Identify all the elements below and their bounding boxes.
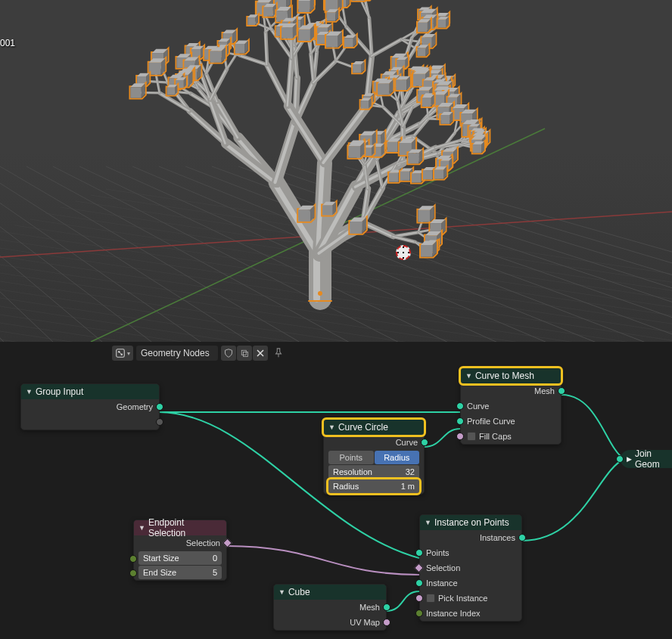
node-editor[interactable]: ▾ ▼ Group Input Geometry — [0, 342, 672, 639]
node-header[interactable]: ▼ Endpoint Selection — [134, 520, 226, 535]
node-instance-on-points[interactable]: ▼ Instance on Points Instances Points Se… — [419, 514, 522, 622]
object-label: 001 — [0, 38, 15, 48]
socket-mesh-out[interactable] — [383, 603, 390, 611]
socket-geometry-in[interactable] — [616, 455, 624, 463]
svg-rect-3 — [241, 350, 246, 355]
node-header[interactable]: ▼ Cube — [274, 585, 386, 600]
editor-type-dropdown[interactable]: ▾ — [112, 346, 133, 361]
socket-points-in[interactable] — [415, 549, 423, 557]
output-extend — [21, 414, 159, 430]
radius-field[interactable]: Radius 1 m — [328, 479, 419, 493]
resolution-field[interactable]: Resolution 32 — [328, 465, 419, 479]
input-selection: Selection — [420, 560, 521, 575]
node-title: Group Input — [36, 386, 83, 397]
nodetree-name-input[interactable] — [136, 346, 218, 361]
copy-icon — [240, 349, 249, 358]
input-instance-index: Instance Index — [420, 606, 521, 621]
node-title: Cube — [288, 587, 310, 597]
socket-selection-in[interactable] — [414, 563, 424, 573]
socket-pickinstance-in[interactable] — [415, 594, 423, 602]
start-size-field[interactable]: Start Size 0 — [138, 551, 222, 565]
node-cube[interactable]: ▼ Cube Mesh UV Map — [273, 584, 387, 631]
node-endpoint-selection[interactable]: ▼ Endpoint Selection Selection Start Siz… — [133, 520, 227, 581]
socket-extend[interactable] — [156, 418, 163, 426]
unlink-nodetree-button[interactable] — [253, 346, 268, 361]
node-title: Curve Circle — [338, 422, 388, 433]
node-editor-header: ▾ — [0, 342, 672, 364]
node-group-input[interactable]: ▼ Group Input Geometry — [20, 383, 160, 430]
chevron-down-icon: ▼ — [425, 519, 431, 526]
chevron-right-icon: ▶ — [627, 455, 632, 463]
fake-user-toggle[interactable] — [221, 346, 236, 361]
socket-instance-in[interactable] — [415, 579, 423, 587]
tree-mesh — [0, 0, 672, 342]
socket-curve-out[interactable] — [421, 439, 428, 446]
node-title: Curve to Mesh — [475, 371, 534, 381]
close-icon — [257, 349, 264, 357]
output-instances: Instances — [420, 530, 521, 545]
shield-icon — [224, 349, 233, 358]
mode-radius-button[interactable]: Radius — [375, 451, 420, 464]
node-tree-icon — [115, 348, 126, 358]
socket-instances-out[interactable] — [518, 534, 526, 541]
socket-mesh-out[interactable] — [558, 387, 565, 395]
input-points: Points — [420, 545, 521, 560]
socket-uvmap-out[interactable] — [383, 619, 390, 626]
input-instance: Instance — [420, 575, 521, 591]
input-fill-caps: Fill Caps — [461, 429, 561, 444]
node-header[interactable]: ▼ Curve to Mesh — [461, 368, 561, 383]
socket-instanceindex-in[interactable] — [415, 610, 423, 617]
socket-fillcaps-in[interactable] — [456, 433, 464, 440]
node-join-geometry[interactable]: ▶ Join Geom — [621, 450, 672, 468]
node-header[interactable]: ▼ Instance on Points — [420, 515, 521, 530]
pick-instance-checkbox[interactable] — [426, 594, 435, 603]
input-pick-instance: Pick Instance — [420, 591, 521, 606]
chevron-down-icon: ▼ — [465, 372, 472, 380]
output-selection: Selection — [134, 535, 226, 551]
input-profile-curve: Profile Curve — [461, 414, 561, 429]
socket-profile-in[interactable] — [456, 417, 464, 425]
socket-end-size-in[interactable] — [129, 569, 137, 577]
socket-curve-in[interactable] — [456, 402, 464, 410]
input-curve: Curve — [461, 399, 561, 414]
node-curve-circle[interactable]: ▼ Curve Circle Curve Points Radius Resol… — [323, 419, 425, 495]
node-header[interactable]: ▼ Curve Circle — [324, 420, 424, 435]
output-mesh: Mesh — [461, 383, 561, 399]
fill-caps-checkbox[interactable] — [467, 432, 476, 441]
svg-rect-4 — [244, 352, 248, 357]
chevron-down-icon: ▼ — [138, 524, 145, 532]
pin-toggle[interactable] — [271, 346, 286, 361]
chevron-down-icon: ▼ — [328, 423, 335, 431]
node-title: Instance on Points — [434, 517, 509, 528]
socket-geometry-out[interactable] — [156, 403, 163, 411]
output-geometry: Geometry — [21, 399, 159, 414]
output-mesh: Mesh — [274, 600, 386, 615]
viewport-3d[interactable]: 001 — [0, 0, 672, 342]
output-curve: Curve — [324, 435, 424, 450]
socket-selection-out[interactable] — [222, 538, 232, 548]
chevron-down-icon: ▼ — [278, 588, 285, 596]
node-title: Join Geom — [635, 448, 664, 470]
node-header[interactable]: ▼ Group Input — [21, 384, 159, 399]
socket-start-size-in[interactable] — [129, 555, 137, 563]
chevron-down-icon: ▼ — [26, 388, 33, 395]
output-uvmap: UV Map — [274, 615, 386, 630]
mode-points-button[interactable]: Points — [328, 451, 374, 464]
duplicate-nodetree-button[interactable] — [237, 346, 252, 361]
node-curve-to-mesh[interactable]: ▼ Curve to Mesh Mesh Curve Profile Curve… — [460, 368, 562, 445]
pin-icon — [273, 348, 284, 358]
end-size-field[interactable]: End Size 5 — [138, 566, 222, 579]
cursor-3d-icon — [396, 245, 411, 260]
